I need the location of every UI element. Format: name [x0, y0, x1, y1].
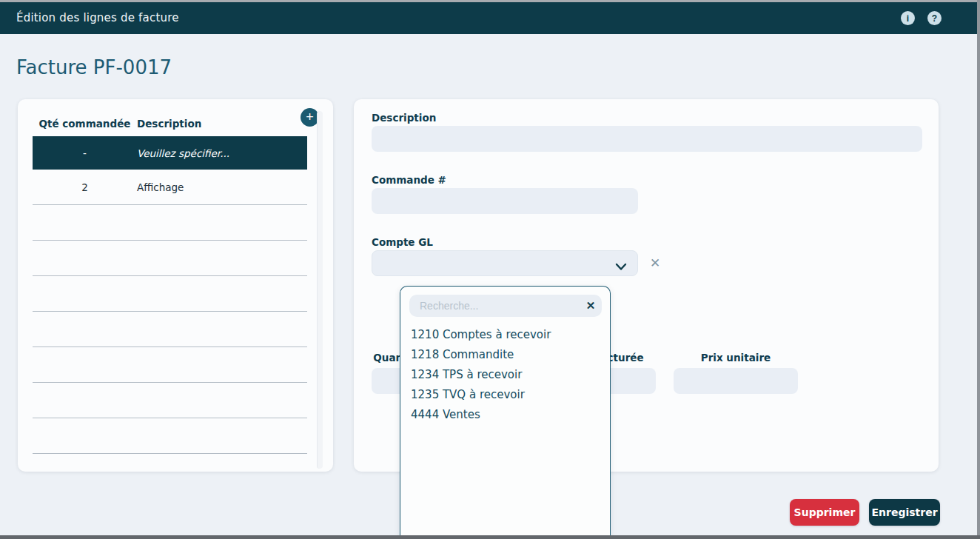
scrollbar[interactable]: [317, 111, 323, 469]
save-button[interactable]: Enregistrer: [869, 499, 940, 526]
table-header: Qté commandée Description: [33, 111, 307, 136]
gl-option[interactable]: 1234 TPS à recevoir: [400, 365, 610, 385]
window-title: Édition des lignes de facture: [16, 2, 179, 34]
window-border-top: [0, 0, 980, 2]
invoice-lines-panel: + Qté commandée Description - Veuillez s…: [18, 99, 333, 472]
gl-account-dropdown: ✕ 1210 Comptes à recevoir 1218 Commandit…: [400, 286, 611, 539]
help-icon[interactable]: ?: [927, 11, 942, 25]
table-row-empty: [33, 205, 307, 241]
info-icon[interactable]: i: [901, 11, 915, 25]
gl-options-list: 1210 Comptes à recevoir 1218 Commandite …: [400, 325, 610, 425]
window-border-right: [977, 0, 980, 539]
unit-price-input[interactable]: [674, 368, 798, 394]
table-row-empty: [33, 312, 307, 347]
gl-option[interactable]: 4444 Ventes: [400, 405, 610, 425]
cell-qty: 2: [33, 181, 137, 193]
invoice-lines-table: Qté commandée Description - Veuillez spé…: [33, 111, 307, 454]
order-number-label: Commande #: [372, 174, 446, 186]
column-header-qty: Qté commandée: [33, 118, 137, 130]
search-input[interactable]: [409, 295, 602, 317]
table-row-empty: [33, 383, 307, 418]
table-row-empty: [33, 347, 307, 383]
close-icon[interactable]: ✕: [583, 298, 599, 314]
table-row-empty: [33, 276, 307, 312]
chevron-down-icon: [615, 260, 627, 274]
description-input[interactable]: [372, 126, 922, 152]
description-label: Description: [372, 112, 436, 124]
app-window: Édition des lignes de facture i ? Factur…: [0, 0, 980, 539]
table-row[interactable]: 2 Affichage: [33, 170, 307, 205]
gl-option[interactable]: 1235 TVQ à recevoir: [400, 385, 610, 405]
gl-account-label: Compte GL: [372, 236, 433, 248]
cell-description: Veuillez spécifier...: [137, 147, 307, 159]
page-title: Facture PF-0017: [16, 56, 172, 78]
table-row-empty: [33, 241, 307, 276]
order-number-input[interactable]: [372, 188, 638, 214]
cell-qty: -: [33, 147, 137, 159]
unit-price-group: Prix unitaire: [674, 352, 798, 394]
gl-account-select[interactable]: [372, 250, 638, 276]
gl-option[interactable]: 1210 Comptes à recevoir: [400, 325, 610, 345]
table-row-empty: [33, 418, 307, 454]
gl-clear-icon[interactable]: ✕: [647, 255, 663, 272]
column-header-description: Description: [137, 118, 307, 130]
titlebar: Édition des lignes de facture i ?: [0, 2, 980, 34]
gl-option[interactable]: 1218 Commandite: [400, 345, 610, 365]
cell-description: Affichage: [137, 181, 307, 193]
unit-price-label: Prix unitaire: [674, 352, 798, 364]
delete-button[interactable]: Supprimer: [790, 499, 859, 526]
table-row-selected[interactable]: - Veuillez spécifier...: [33, 136, 307, 170]
window-border-bottom: [0, 535, 980, 539]
